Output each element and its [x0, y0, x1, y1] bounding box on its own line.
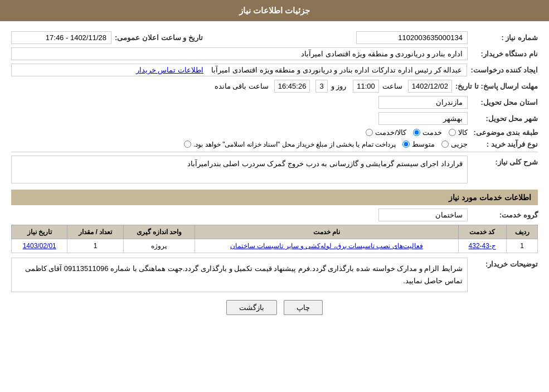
send-remaining-label: ساعت باقی مانده — [215, 82, 269, 90]
service-group-row: گروه خدمت: ساختمان — [11, 209, 538, 221]
table-row: 1 ج-43-432 فعالیت‌های نصب تاسیسات برق، ل… — [12, 239, 538, 253]
service-group-label: گروه خدمت: — [471, 211, 538, 219]
description-container: شرایط الزام و مدارک خواسته شده بارگذاری … — [11, 258, 468, 292]
category-kala-label: کالا — [458, 128, 468, 137]
cell-date: 1403/02/01 — [12, 239, 67, 253]
creator-row: ایجاد کننده درخواست: عبداله کر رئیس ادار… — [11, 64, 538, 76]
province-label: استان محل تحویل: — [471, 98, 538, 107]
send-days-label: روز و — [331, 82, 347, 90]
send-time-label: ساعت — [382, 82, 402, 90]
send-time-value: 11:00 — [353, 80, 379, 93]
purchase-type-small-radio[interactable] — [441, 141, 449, 148]
buttons-row: چاپ بازگشت — [11, 300, 538, 315]
page-title: جزئیات اطلاعات نیاز — [239, 6, 310, 15]
need-desc-container — [11, 156, 468, 185]
send-remaining-value: 16:45:26 — [274, 80, 310, 93]
purchase-type-row: نوع فرآیند خرید : پرداخت تمام یا بخشی از… — [11, 140, 538, 148]
col-name: نام خدمت — [195, 225, 458, 239]
cell-row: 1 — [507, 239, 538, 253]
purchase-type-desc-radio[interactable] — [184, 141, 191, 148]
cell-code: ج-43-432 — [458, 239, 506, 253]
send-days-value: 3 — [315, 80, 327, 93]
city-value: بهشهر — [378, 112, 468, 125]
cell-name: فعالیت‌های نصب تاسیسات برق، لوله‌کشی و س… — [195, 239, 458, 253]
buyer-org-row: نام دستگاه خریدار: اداره بنادر و دریانور… — [11, 47, 538, 60]
purchase-type-medium: متوسط — [402, 140, 435, 148]
purchase-type-desc-label: پرداخت تمام یا بخشی از مبلغ خریداز محل "… — [193, 141, 396, 148]
need-desc-row: شرح کلی نیاز: — [11, 156, 538, 185]
creator-label: ایجاد کننده درخواست: — [470, 66, 538, 74]
buyer-org-label: نام دستگاه خریدار: — [471, 50, 538, 58]
page-header: جزئیات اطلاعات نیاز — [0, 0, 549, 21]
creator-value: عبداله کر رئیس اداره تدارکات اداره بنادر… — [11, 64, 467, 76]
category-row: طبقه بندی موضوعی: کالا/خدمت خدمت کالا — [11, 128, 538, 137]
divider1 — [11, 152, 538, 152]
category-kala-khidmat-label: کالا/خدمت — [375, 128, 406, 137]
send-date-label: مهلت ارسال پاسخ: تا تاریخ: — [455, 82, 538, 90]
purchase-type-medium-radio[interactable] — [402, 141, 410, 148]
need-number-value: 1102003635000134 — [356, 31, 468, 44]
creator-contact-link[interactable]: اطلاعات تماس خریدار — [136, 66, 203, 74]
announce-datetime-value: 1402/11/28 - 17:46 — [11, 31, 111, 44]
purchase-type-small: جزیی — [441, 140, 468, 148]
need-number-label: شماره نیاز : — [471, 33, 538, 42]
table-body: 1 ج-43-432 فعالیت‌های نصب تاسیسات برق، ل… — [12, 239, 538, 253]
need-desc-label: شرح کلی نیاز: — [471, 156, 538, 166]
content-area: شماره نیاز : 1102003635000134 تاریخ و سا… — [0, 21, 549, 328]
category-khidmat-radio[interactable] — [413, 129, 420, 136]
service-group-value: ساختمان — [378, 209, 468, 221]
description-row: توضیحات خریدار: شرایط الزام و مدارک خواس… — [11, 258, 538, 292]
purchase-type-small-label: جزیی — [451, 140, 468, 148]
cell-unit: پروژه — [123, 239, 195, 253]
need-desc-textarea[interactable] — [11, 156, 468, 183]
category-khidmat-label: خدمت — [422, 128, 442, 137]
table-header-row: ردیف کد خدمت نام خدمت واحد اندازه گیری ت… — [12, 225, 538, 239]
print-button[interactable]: چاپ — [284, 300, 323, 315]
category-kala-khidmat-radio[interactable] — [366, 129, 373, 136]
col-unit: واحد اندازه گیری — [123, 225, 195, 239]
city-label: شهر محل تحویل: — [471, 114, 538, 123]
category-khidmat: خدمت — [413, 128, 442, 137]
col-row: ردیف — [507, 225, 538, 239]
cell-count: 1 — [67, 239, 123, 253]
province-value: مازندران — [378, 96, 468, 109]
back-button[interactable]: بازگشت — [226, 300, 277, 315]
purchase-type-medium-label: متوسط — [412, 140, 435, 148]
category-kala-khidmat: کالا/خدمت — [366, 128, 406, 137]
description-label: توضیحات خریدار: — [471, 258, 538, 268]
send-date-value: 1402/12/02 — [408, 80, 452, 93]
province-row: استان محل تحویل: مازندران — [11, 96, 538, 109]
col-count: تعداد / مقدار — [67, 225, 123, 239]
col-date: تاریخ نیاز — [12, 225, 67, 239]
city-row: شهر محل تحویل: بهشهر — [11, 112, 538, 125]
col-code: کد خدمت — [458, 225, 506, 239]
description-value: شرایط الزام و مدارک خواسته شده بارگذاری … — [11, 258, 468, 292]
services-section-header: اطلاعات خدمات مورد نیاز — [11, 190, 538, 205]
send-date-row: مهلت ارسال پاسخ: تا تاریخ: 1402/12/02 سا… — [11, 80, 538, 93]
purchase-type-desc: پرداخت تمام یا بخشی از مبلغ خریداز محل "… — [184, 141, 396, 148]
purchase-type-options: پرداخت تمام یا بخشی از مبلغ خریداز محل "… — [184, 140, 468, 148]
page-wrapper: جزئیات اطلاعات نیاز شماره نیاز : 1102003… — [0, 0, 549, 392]
announce-datetime-label: تاریخ و ساعت اعلان عمومی: — [115, 33, 203, 42]
purchase-type-label: نوع فرآیند خرید : — [471, 140, 538, 148]
need-number-row: شماره نیاز : 1102003635000134 تاریخ و سا… — [11, 31, 538, 44]
category-label: طبقه بندی موضوعی: — [471, 128, 538, 137]
services-table: ردیف کد خدمت نام خدمت واحد اندازه گیری ت… — [11, 225, 538, 253]
category-kala-radio[interactable] — [449, 129, 456, 136]
category-kala: کالا — [449, 128, 468, 137]
table-head: ردیف کد خدمت نام خدمت واحد اندازه گیری ت… — [12, 225, 538, 239]
category-options: کالا/خدمت خدمت کالا — [366, 128, 468, 137]
buyer-org-value: اداره بنادر و دریانوردی و منطقه ویژه اقت… — [11, 47, 468, 60]
